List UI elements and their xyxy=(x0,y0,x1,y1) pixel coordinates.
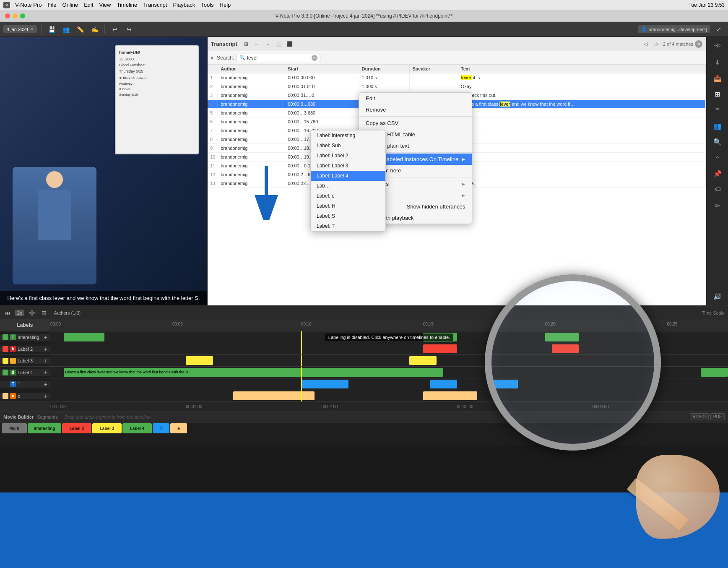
label-add-label4[interactable]: + xyxy=(44,369,47,376)
next-match-button[interactable]: ▷ xyxy=(652,39,661,49)
transcript-grid-icon[interactable]: ⊞ xyxy=(242,39,251,49)
menu-timeline[interactable]: Timeline xyxy=(117,2,137,8)
segment-label3-1[interactable] xyxy=(186,356,213,365)
transcript-view-icon[interactable]: ⬜ xyxy=(274,39,283,49)
prev-match-button[interactable]: ◁ xyxy=(641,39,650,49)
segment-label3-2[interactable] xyxy=(409,356,437,365)
minimize-button[interactable] xyxy=(13,13,18,18)
label-sub-interesting[interactable]: Label: Interesting xyxy=(311,130,385,141)
transcript-nav-back-icon[interactable]: ← xyxy=(252,39,262,49)
sidebar-search-icon[interactable]: 🔍 xyxy=(710,134,725,149)
menu-view[interactable]: View xyxy=(99,2,111,8)
transport-segment-button[interactable]: ⊞ xyxy=(40,309,48,317)
sidebar-table-icon[interactable]: ≡ xyxy=(710,102,725,117)
col-duration[interactable]: Duration xyxy=(359,65,410,73)
sidebar-waveform-icon[interactable]: 〰 xyxy=(710,150,725,165)
segment-interesting-3[interactable] xyxy=(545,333,579,342)
search-clear-button[interactable]: ✕ xyxy=(312,55,317,61)
close-button[interactable] xyxy=(5,13,10,18)
menu-file[interactable]: File xyxy=(48,2,57,8)
movie-segment-label2[interactable]: Label 2 xyxy=(62,423,91,433)
segment-e-1[interactable] xyxy=(233,391,315,401)
segment-interesting-2[interactable] xyxy=(423,333,457,342)
segment-interesting-1[interactable] xyxy=(64,333,104,342)
label-sub-e[interactable]: Label: e xyxy=(311,191,385,201)
segment-label4-main[interactable]: Here's a first class lever and we know t… xyxy=(64,368,443,377)
undo-button[interactable]: ↩ xyxy=(109,23,121,35)
segment-t-2[interactable] xyxy=(430,380,457,389)
segment-label2-1[interactable] xyxy=(423,344,457,354)
sidebar-download-icon[interactable]: ⬇ xyxy=(710,55,725,70)
video-track-button[interactable]: VIDEO xyxy=(690,413,709,420)
ctx-copy-csv[interactable]: Copy as CSV xyxy=(359,117,472,129)
search-expand-icon[interactable]: ▶ xyxy=(211,55,214,60)
timeline-track-interesting[interactable]: Labeling is disabled. Click anywhere on … xyxy=(50,331,728,343)
save-button[interactable]: 💾 xyxy=(46,23,57,35)
redo-button[interactable]: ↪ xyxy=(123,23,135,35)
sidebar-export-icon[interactable]: 📤 xyxy=(710,70,725,86)
label-add-label2[interactable]: + xyxy=(44,346,47,352)
search-input[interactable] xyxy=(247,55,310,61)
label-sub-t[interactable]: Label: T xyxy=(311,221,385,231)
movie-segment-label4[interactable]: Label 4 xyxy=(122,423,152,433)
menu-online[interactable]: Online xyxy=(62,2,78,8)
sidebar-pencil-icon[interactable]: ✏ xyxy=(710,198,725,213)
sidebar-eye-icon[interactable]: 👁 xyxy=(710,39,725,54)
sidebar-users-icon[interactable]: 👥 xyxy=(710,118,725,133)
segment-label4-end[interactable] xyxy=(701,368,728,377)
label-add-t[interactable]: + xyxy=(44,381,47,388)
table-row[interactable]: 2brandonemig00:00:01.0101.000 sOkay, xyxy=(208,82,706,91)
timeline-track-t[interactable] xyxy=(50,378,728,390)
label-sub-label4[interactable]: Label: Label 4 xyxy=(311,171,385,181)
label-sub-s[interactable]: Label: S xyxy=(311,211,385,221)
timeline-track-e[interactable] xyxy=(50,390,728,401)
movie-segment-e[interactable]: e xyxy=(170,423,187,433)
movie-segment-interesting[interactable]: Interesting xyxy=(28,423,61,433)
menu-tools[interactable]: Tools xyxy=(201,2,213,8)
transport-add-button[interactable]: ➕ xyxy=(27,309,37,317)
speed-badge[interactable]: 2x xyxy=(15,310,24,316)
transcript-settings-icon[interactable]: ⬛ xyxy=(285,39,294,49)
segment-label2-2[interactable] xyxy=(552,344,579,354)
sidebar-grid-icon[interactable]: ⊞ xyxy=(710,86,725,102)
project-tab[interactable]: 4 jan 2024 ✕ xyxy=(3,25,37,33)
movie-segment-t[interactable]: T xyxy=(153,423,169,433)
table-row[interactable]: 1brandonemig00:00:00.0001.010 slever it … xyxy=(208,73,706,82)
timeline-track-label2[interactable] xyxy=(50,343,728,354)
project-tab-close[interactable]: ✕ xyxy=(30,26,34,32)
segment-e-2[interactable] xyxy=(423,391,477,401)
menu-transcript[interactable]: Transcript xyxy=(143,2,167,8)
timeline-track-label4[interactable]: Here's a first class lever and we know t… xyxy=(50,367,728,378)
sidebar-pin-icon[interactable]: 📌 xyxy=(710,166,725,181)
segment-t-3[interactable] xyxy=(491,380,518,389)
segment-t-1[interactable] xyxy=(301,380,348,389)
timeline-track-label3[interactable] xyxy=(50,355,728,366)
menu-vnote-pro[interactable]: V-Note Pro xyxy=(15,2,42,8)
menu-help[interactable]: Help xyxy=(220,2,231,8)
col-speaker[interactable]: Speaker xyxy=(410,65,458,73)
label-add-interesting[interactable]: + xyxy=(44,334,47,341)
sidebar-tag-icon[interactable]: 🏷 xyxy=(710,182,725,197)
label-sub-label3[interactable]: Label: Label 3 xyxy=(311,161,385,171)
label-sub-h[interactable]: Label: H xyxy=(311,201,385,211)
label-sub-lab[interactable]: Lab… xyxy=(311,181,385,191)
movie-segment-label3[interactable]: Label 3 xyxy=(92,423,122,433)
fullscreen-button[interactable]: ⤢ xyxy=(713,23,725,35)
col-start[interactable]: Start xyxy=(285,65,359,73)
menu-playback[interactable]: Playback xyxy=(173,2,195,8)
close-search-button[interactable]: ✕ xyxy=(695,40,702,48)
edit-button[interactable]: ✏️ xyxy=(74,23,86,35)
label-add-label3[interactable]: + xyxy=(44,357,47,364)
ctx-edit[interactable]: Edit xyxy=(359,93,472,104)
label-add-e[interactable]: + xyxy=(44,393,47,399)
maximize-button[interactable] xyxy=(20,13,25,18)
col-author[interactable]: Author xyxy=(218,65,285,73)
label-sub-sub[interactable]: Label: Sub xyxy=(311,141,385,151)
sidebar-audio-icon[interactable]: 🔊 xyxy=(710,289,725,304)
label-sub-label2[interactable]: Label: Label 2 xyxy=(311,151,385,161)
transcript-nav-fwd-icon[interactable]: → xyxy=(263,39,273,49)
col-text[interactable]: Text xyxy=(458,65,705,73)
users-button[interactable]: 👥 xyxy=(60,23,72,35)
menu-edit[interactable]: Edit xyxy=(84,2,93,8)
ctx-remove[interactable]: Remove xyxy=(359,104,472,115)
